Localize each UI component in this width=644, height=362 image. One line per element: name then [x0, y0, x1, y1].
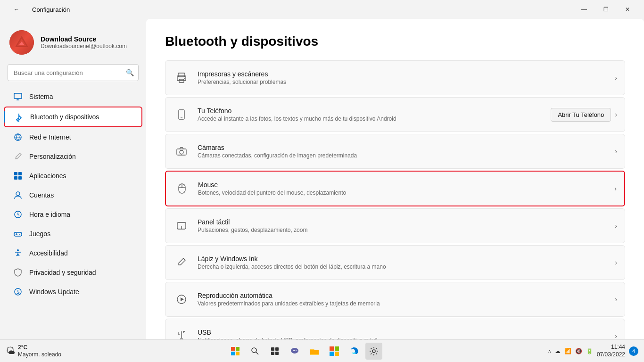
clock-icon [13, 210, 23, 219]
svg-point-11 [16, 192, 20, 196]
chat-button[interactable] [286, 343, 303, 360]
sidebar: Download Source Downloadsourcenet@outloo… [0, 19, 146, 339]
svg-point-46 [293, 350, 294, 351]
sidebar-item-label: Bluetooth y dispositivos [30, 113, 99, 121]
settings-item-panel[interactable]: Panel táctil Pulsaciones, gestos, despla… [165, 208, 625, 243]
start-button[interactable] [227, 343, 244, 360]
settings-taskbar-button[interactable] [365, 343, 382, 360]
accessibility-icon [13, 248, 23, 258]
sidebar-item-windows-update[interactable]: Windows Update [4, 282, 142, 301]
svg-point-47 [294, 350, 295, 351]
weather-text: 2°C Mayorm. soleado [18, 344, 61, 358]
chevron-icon-panel: › [615, 222, 617, 230]
touchpad-icon [173, 217, 190, 234]
svg-point-22 [184, 78, 185, 79]
sidebar-item-privacidad[interactable]: Privacidad y seguridad [4, 263, 142, 282]
battery-icon: 🔋 [586, 348, 593, 354]
svg-rect-8 [18, 172, 22, 175]
svg-rect-19 [178, 73, 185, 77]
avatar [9, 30, 34, 55]
settings-item-telefono[interactable]: Tu Teléfono Accede al instante a las fot… [165, 97, 625, 132]
svg-point-17 [17, 249, 19, 251]
titlebar-left: ← Configuración [6, 2, 70, 17]
store-button[interactable] [326, 343, 343, 360]
settings-item-impresoras[interactable]: Impresoras y escáneres Preferencias, sol… [165, 60, 625, 95]
taskbar-center [227, 343, 382, 360]
settings-item-camaras[interactable]: Cámaras Cámaras conectadas, configuració… [165, 134, 625, 169]
svg-rect-37 [231, 352, 235, 355]
notification-badge[interactable]: 4 [629, 346, 638, 356]
settings-item-mouse[interactable]: Mouse Botones, velocidad del puntero del… [165, 171, 625, 206]
sidebar-item-label: Sistema [29, 93, 53, 100]
titlebar: ← Configuración — ❐ ✕ [0, 0, 644, 19]
content-area: Bluetooth y dispositivos Impresoras y es… [146, 19, 644, 339]
settings-title-lapiz: Lápiz y Windows Ink [198, 255, 615, 263]
gamepad-icon [13, 229, 23, 239]
weather-widget[interactable]: 🌤 2°C Mayorm. soleado [6, 344, 61, 358]
weather-icon: 🌤 [6, 346, 15, 356]
sidebar-item-accesibilidad[interactable]: Accesibilidad [4, 244, 142, 263]
svg-line-40 [256, 352, 258, 354]
svg-rect-51 [330, 352, 334, 356]
weather-temp: 2°C [18, 344, 61, 351]
search-input[interactable] [8, 64, 139, 81]
settings-action-usb: › [615, 332, 617, 339]
settings-desc-mouse: Botones, velocidad del puntero del mouse… [198, 189, 614, 196]
settings-desc-lapiz: Derecha o izquierda, accesos directos de… [198, 263, 615, 270]
sidebar-item-sistema[interactable]: Sistema [4, 87, 142, 106]
taskbar-search-button[interactable] [247, 343, 264, 360]
sidebar-item-hora[interactable]: Hora e idioma [4, 205, 142, 224]
pen-icon [173, 254, 190, 271]
settings-desc-reproduccion: Valores predeterminados para unidades ex… [198, 300, 615, 307]
minimize-button[interactable]: — [573, 2, 595, 17]
settings-text-camaras: Cámaras Cámaras conectadas, configuració… [198, 144, 615, 159]
windows-logo-icon [231, 347, 239, 355]
settings-action-camaras: › [615, 148, 617, 155]
settings-item-reproduccion[interactable]: Reproducción automática Valores predeter… [165, 282, 625, 317]
svg-rect-13 [14, 232, 22, 236]
back-button[interactable]: ← [6, 2, 27, 17]
usb-icon [173, 328, 190, 339]
taskbar-search-icon [251, 347, 259, 355]
edge-button[interactable] [346, 343, 363, 360]
settings-title-panel: Panel táctil [198, 218, 615, 226]
user-profile[interactable]: Download Source Downloadsourcenet@outloo… [0, 23, 146, 62]
search-box: 🔍 [8, 64, 139, 81]
tray-chevron[interactable]: ∧ [548, 348, 551, 354]
sidebar-item-cuentas[interactable]: Cuentas [4, 186, 142, 205]
svg-rect-42 [275, 347, 279, 351]
sidebar-item-aplicaciones[interactable]: Aplicaciones [4, 166, 142, 185]
file-explorer-button[interactable] [306, 343, 323, 360]
cloud-icon: ☁ [555, 348, 561, 354]
action-button-telefono[interactable]: Abrir Tu Teléfono [551, 108, 611, 122]
task-view-button[interactable] [266, 343, 283, 360]
sidebar-item-juegos[interactable]: Juegos [4, 224, 142, 243]
settings-title-camaras: Cámaras [198, 144, 615, 151]
settings-action-telefono: Abrir Tu Teléfono› [551, 108, 617, 122]
maximize-button[interactable]: ❐ [595, 2, 617, 17]
settings-item-usb[interactable]: USB Notificaciones, ahorro de batería US… [165, 319, 625, 339]
user-info: Download Source Downloadsourcenet@outloo… [41, 35, 127, 49]
clock[interactable]: 11:44 07/03/2022 [597, 344, 625, 358]
sidebar-item-bluetooth[interactable]: Bluetooth y dispositivos [4, 107, 142, 127]
settings-gear-icon [369, 346, 379, 356]
weather-desc: Mayorm. soleado [18, 351, 61, 358]
svg-point-39 [252, 348, 256, 353]
svg-rect-3 [14, 93, 22, 99]
printer-icon [173, 69, 190, 86]
svg-rect-10 [18, 176, 22, 180]
settings-title-usb: USB [198, 329, 615, 336]
mouse-icon [173, 180, 190, 197]
svg-point-48 [296, 350, 297, 351]
camera-icon [173, 143, 190, 160]
settings-list: Impresoras y escáneres Preferencias, sol… [165, 60, 625, 339]
chevron-icon-telefono: › [615, 111, 617, 118]
sidebar-item-red[interactable]: Red e Internet [4, 128, 142, 147]
sidebar-item-personalizacion[interactable]: Personalización [4, 147, 142, 166]
sidebar-item-label: Cuentas [29, 191, 54, 199]
clock-time: 11:44 [611, 344, 625, 351]
chevron-icon-usb: › [615, 332, 617, 339]
close-button[interactable]: ✕ [617, 2, 638, 17]
settings-item-lapiz[interactable]: Lápiz y Windows Ink Derecha o izquierda,… [165, 245, 625, 280]
sidebar-item-label: Privacidad y seguridad [29, 269, 96, 276]
